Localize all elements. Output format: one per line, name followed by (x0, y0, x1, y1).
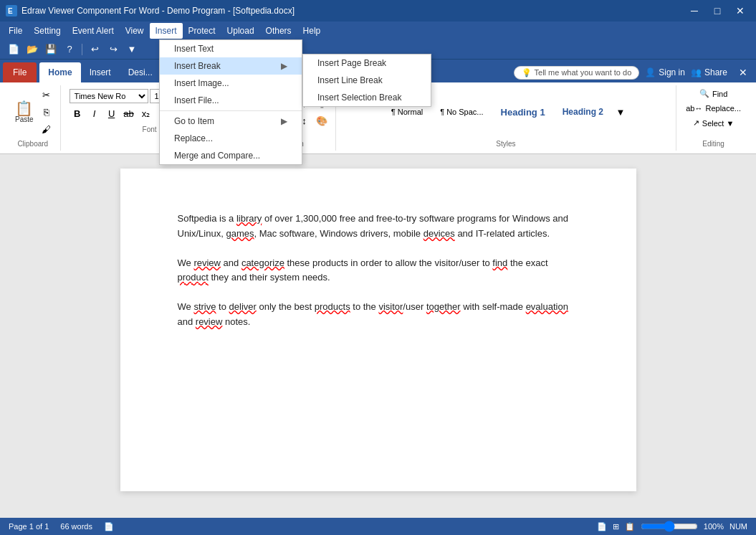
document-page: Softpedia is a library of over 1,300,000… (120, 169, 636, 491)
insert-file-label: Insert File... (174, 95, 219, 105)
word-visitor: visitor (378, 301, 403, 312)
insert-selection-break-item[interactable]: Insert Selection Break (303, 89, 431, 106)
menu-separator-1 (160, 110, 302, 111)
shading-button[interactable]: 🎨 (314, 113, 330, 128)
find-label: Find (712, 90, 727, 98)
menu-protect[interactable]: Protect (183, 23, 221, 39)
insert-text-label: Insert Text (174, 44, 214, 54)
copy-button[interactable]: ⎘ (39, 104, 54, 120)
status-bar-right: 📄 ⊞ 📋 100% NUM (597, 521, 747, 532)
word-together: together (426, 301, 461, 312)
insert-break-item[interactable]: Insert Break ▶ (160, 57, 302, 75)
insert-text-item[interactable]: Insert Text (160, 40, 302, 57)
layout-icon-1[interactable]: 📄 (597, 522, 607, 531)
font-family-select[interactable]: Times New Ro (70, 89, 148, 103)
word-review2: review (196, 316, 223, 327)
styles-more-button[interactable]: ▼ (613, 104, 628, 120)
style-normal[interactable]: ¶ Normal (385, 105, 429, 118)
subscript-button[interactable]: x₂ (138, 105, 154, 121)
italic-button[interactable]: I (87, 105, 102, 121)
style-no-spacing[interactable]: ¶ No Spac... (434, 105, 489, 118)
tab-design[interactable]: Desi... (120, 62, 161, 82)
tab-file[interactable]: File (3, 62, 37, 82)
window-title: Edraw Viewer Component For Word - Demo P… (21, 6, 684, 16)
document-area: Softpedia is a library of over 1,300,000… (0, 154, 756, 528)
strikethrough-button[interactable]: ab (121, 105, 137, 121)
insert-line-break-item[interactable]: Insert Line Break (303, 72, 431, 89)
share-icon: 👥 (691, 67, 702, 77)
ribbon-close-button[interactable]: ✕ (733, 65, 753, 80)
break-submenu: Insert Page Break Insert Line Break Inse… (302, 54, 431, 107)
qa-undo[interactable]: ↩ (87, 42, 102, 57)
menu-setting[interactable]: Setting (28, 23, 66, 39)
qa-open[interactable]: 📂 (24, 42, 40, 57)
format-painter-button[interactable]: 🖌 (39, 121, 54, 137)
replace-button[interactable]: ab↔ Replace... (682, 102, 745, 115)
select-icon: ↗ (693, 118, 699, 128)
editing-group: 🔍 Find ab↔ Replace... ↗ Select ▼ Editing (676, 85, 750, 151)
zoom-slider[interactable] (641, 521, 698, 532)
menu-help[interactable]: Help (297, 23, 327, 39)
merge-compare-label: Merge and Compare... (174, 151, 260, 161)
menu-insert[interactable]: Insert (150, 23, 183, 39)
tell-me-text: Tell me what you want to do (535, 68, 632, 77)
editing-buttons: 🔍 Find ab↔ Replace... ↗ Select ▼ (682, 87, 745, 137)
paragraph-1: Softpedia is a library of over 1,300,000… (178, 212, 579, 242)
insert-menu-dropdown: Insert Text Insert Break ▶ Insert Image.… (159, 39, 302, 165)
qa-dropdown[interactable]: ▼ (124, 42, 140, 57)
style-heading1[interactable]: Heading 1 (494, 105, 552, 120)
lightbulb-icon: 💡 (522, 68, 532, 77)
menu-upload[interactable]: Upload (221, 23, 260, 39)
page-info: Page 1 of 1 (9, 522, 49, 531)
sign-in-button[interactable]: 👤 Sign in (645, 67, 685, 77)
word-evaluation: evaluation (526, 301, 568, 312)
insert-image-item[interactable]: Insert Image... (160, 75, 302, 92)
menu-event-alert[interactable]: Event Alert (67, 23, 120, 39)
qa-help[interactable]: ? (62, 42, 77, 57)
tab-home[interactable]: Home (39, 62, 80, 82)
share-button[interactable]: 👥 Share (691, 67, 727, 77)
word-strive: strive (193, 301, 216, 312)
goto-item[interactable]: Go to Item ▶ (160, 113, 302, 130)
word-devices: devices (424, 228, 455, 239)
tell-me-input[interactable]: 💡 Tell me what you want to do (514, 66, 640, 80)
merge-compare-item[interactable]: Merge and Compare... (160, 147, 302, 164)
menu-file[interactable]: File (3, 23, 28, 39)
numlock-indicator: NUM (729, 522, 747, 531)
font-label: Font (143, 124, 157, 135)
replace-icon: ab↔ (686, 104, 702, 113)
insert-break-arrow: ▶ (281, 61, 287, 71)
qa-divider (82, 44, 82, 55)
maximize-button[interactable]: □ (707, 4, 727, 18)
menu-others[interactable]: Others (260, 23, 297, 39)
qa-redo[interactable]: ↪ (105, 42, 121, 57)
word-games: games (226, 228, 254, 239)
find-button[interactable]: 🔍 Find (696, 87, 731, 100)
tab-insert[interactable]: Insert (81, 62, 120, 82)
find-icon: 🔍 (699, 89, 709, 98)
paste-button[interactable]: 📋 Paste (11, 99, 37, 126)
close-button[interactable]: ✕ (730, 4, 750, 18)
app-icon: E (6, 5, 17, 16)
underline-button[interactable]: U (104, 105, 120, 121)
layout-icon-2[interactable]: ⊞ (613, 522, 619, 531)
cut-button[interactable]: ✂ (39, 87, 54, 103)
qa-save[interactable]: 💾 (43, 42, 59, 57)
status-bar: Page 1 of 1 66 words 📄 📄 ⊞ 📋 100% NUM (0, 518, 756, 535)
qa-new[interactable]: 📄 (6, 42, 21, 57)
insert-file-item[interactable]: Insert File... (160, 92, 302, 109)
word-count: 66 words (60, 522, 92, 531)
layout-icon-3[interactable]: 📋 (625, 522, 635, 531)
sign-in-label: Sign in (659, 67, 685, 77)
paste-icon: 📋 (15, 101, 33, 115)
minimize-button[interactable]: ─ (684, 4, 704, 18)
word-categorize: categorize (241, 257, 284, 268)
style-heading2[interactable]: Heading 2 (556, 105, 610, 119)
clipboard-group: 📋 Paste ✂ ⎘ 🖌 Clipboard (6, 85, 61, 151)
select-button[interactable]: ↗ Select ▼ (689, 116, 738, 130)
svg-text:E: E (8, 7, 13, 15)
replace-item[interactable]: Replace... (160, 130, 302, 147)
bold-button[interactable]: B (70, 105, 85, 121)
menu-view[interactable]: View (120, 23, 150, 39)
insert-page-break-item[interactable]: Insert Page Break (303, 55, 431, 72)
